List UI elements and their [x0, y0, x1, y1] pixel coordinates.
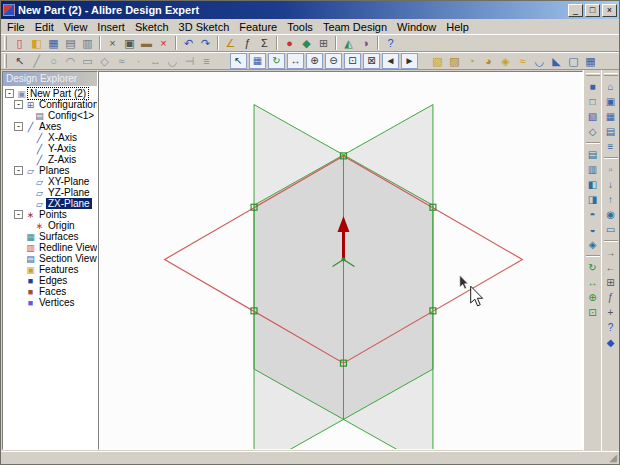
revolve-boss-button[interactable]: ◔ — [463, 53, 480, 69]
menu-view[interactable]: View — [59, 21, 93, 33]
tree-item-points[interactable]: -∗Points — [3, 209, 97, 220]
arc-tool-button[interactable]: ◠ — [62, 53, 79, 69]
trim-tool-button[interactable]: ⊣ — [181, 53, 198, 69]
open-file-button[interactable]: ◧ — [28, 35, 45, 51]
new-assembly-workspace-button[interactable]: ▦ — [603, 109, 619, 124]
expander-icon[interactable]: - — [14, 210, 23, 219]
tree-item-faces[interactable]: ■Faces — [3, 286, 97, 297]
tree-item-redline-views[interactable]: ▥Redline Views — [3, 242, 97, 253]
dimension-tool-button[interactable]: ↔ — [147, 53, 164, 69]
analysis-button[interactable]: ◭ — [340, 35, 357, 51]
cut-button[interactable]: × — [104, 35, 121, 51]
zoom-in-button[interactable]: ⊕ — [306, 53, 323, 69]
tree-item-origin[interactable]: ∗Origin — [3, 220, 97, 231]
loft-button[interactable]: ◈ — [497, 53, 514, 69]
rectangle-tool-button[interactable]: ▭ — [79, 53, 96, 69]
toolbar-grip[interactable] — [4, 54, 7, 68]
add-ons-button[interactable]: + — [603, 305, 619, 320]
redo-button[interactable]: ↷ — [197, 35, 214, 51]
view-right-button[interactable]: ◨ — [585, 192, 601, 207]
shell-button[interactable]: ▢ — [565, 53, 582, 69]
import-button[interactable]: ← — [603, 260, 619, 275]
equation-editor-button[interactable]: ƒ — [239, 35, 256, 51]
color-properties-button[interactable]: ● — [281, 35, 298, 51]
pattern-button[interactable]: ▦ — [582, 53, 599, 69]
viewport-3d[interactable] — [99, 72, 582, 449]
save-button[interactable]: ▦ — [45, 35, 62, 51]
menu-tools[interactable]: Tools — [282, 21, 318, 33]
tree-item-planes[interactable]: -▱Planes — [3, 165, 97, 176]
tree-item-z-axis[interactable]: ╱Z-Axis — [3, 154, 97, 165]
tree-item-axes[interactable]: -╱Axes — [3, 121, 97, 132]
orbit-view-button[interactable]: ↻ — [585, 260, 601, 275]
tree-item-section-views[interactable]: ▤Section Views — [3, 253, 97, 264]
menu-window[interactable]: Window — [392, 21, 441, 33]
message-center-button[interactable]: ▭ — [603, 222, 619, 237]
paste-button[interactable]: ▬ — [138, 35, 155, 51]
pan-view-button[interactable]: ↔ — [585, 275, 601, 290]
fillet-tool-button[interactable]: ◡ — [164, 53, 181, 69]
extrude-cut-button[interactable]: ▨ — [446, 53, 463, 69]
spline-tool-button[interactable]: ≈ — [113, 53, 130, 69]
display-perspective-button[interactable]: ◇ — [585, 124, 601, 139]
view-left-button[interactable]: ◧ — [585, 177, 601, 192]
expander-icon[interactable]: - — [14, 122, 23, 131]
revolve-cut-button[interactable]: ◕ — [480, 53, 497, 69]
render-button[interactable]: ◑ — [357, 35, 374, 51]
polygon-tool-button[interactable]: ◇ — [96, 53, 113, 69]
new-drawing-workspace-button[interactable]: ▤ — [603, 124, 619, 139]
title-bar[interactable]: New Part (2) - Alibre Design Expert _ □ … — [1, 1, 619, 19]
expander-icon[interactable]: - — [14, 166, 23, 175]
export-button[interactable]: → — [603, 245, 619, 260]
toolbar-grip[interactable] — [586, 73, 600, 76]
fit-view-button[interactable]: ⊡ — [585, 305, 601, 320]
help-button[interactable]: ? — [382, 35, 399, 51]
physical-properties-button[interactable]: ◆ — [298, 35, 315, 51]
expander-icon[interactable]: - — [5, 89, 14, 98]
orbit-button[interactable]: ↻ — [268, 53, 285, 69]
close-button[interactable]: × — [602, 4, 617, 17]
sweep-button[interactable]: ≈ — [514, 53, 531, 69]
zoom-fit-button[interactable]: ⊠ — [363, 53, 380, 69]
check-out-button[interactable]: ↑ — [603, 192, 619, 207]
menu-insert[interactable]: Insert — [92, 21, 130, 33]
menu-sketch[interactable]: Sketch — [130, 21, 174, 33]
repository-button[interactable]: ▫ — [603, 162, 619, 177]
zoom-out-button[interactable]: ⊖ — [325, 53, 342, 69]
print-button[interactable]: ▤ — [62, 35, 79, 51]
fillet-feature-button[interactable]: ◡ — [531, 53, 548, 69]
tree-item-x-axis[interactable]: ╱X-Axis — [3, 132, 97, 143]
toolbar-grip[interactable] — [4, 36, 7, 50]
tree-item-config-1[interactable]: ▤Config<1> — [3, 110, 97, 121]
delete-button[interactable]: × — [155, 35, 172, 51]
display-hidden-line-button[interactable]: ▧ — [585, 109, 601, 124]
chamfer-button[interactable]: ◣ — [548, 53, 565, 69]
mass-properties-button[interactable]: ⊞ — [315, 35, 332, 51]
zoom-view-button[interactable]: ⊕ — [585, 290, 601, 305]
zoom-window-button[interactable]: ⊡ — [344, 53, 361, 69]
toolbar-grip[interactable] — [604, 73, 618, 76]
tree-item-edges[interactable]: ■Edges — [3, 275, 97, 286]
expander-icon[interactable]: - — [14, 100, 23, 109]
tree-item-zx-plane[interactable]: ▱ZX-Plane — [3, 198, 97, 209]
display-shaded-button[interactable]: ■ — [585, 79, 601, 94]
extrude-boss-button[interactable]: ▧ — [429, 53, 446, 69]
resize-grip[interactable]: ◢ — [609, 453, 617, 463]
tree-item-yz-plane[interactable]: ▱YZ-Plane — [3, 187, 97, 198]
view-isometric-button[interactable]: ◈ — [585, 237, 601, 252]
team-design-session-button[interactable]: ◉ — [603, 207, 619, 222]
menu-3d-sketch[interactable]: 3D Sketch — [174, 21, 235, 33]
tree-item-configurations[interactable]: -⊞Configurations — [3, 99, 97, 110]
macros-button[interactable]: ƒ — [603, 290, 619, 305]
tree-item-new-part-2[interactable]: -▣New Part (2) — [3, 88, 97, 99]
check-in-button[interactable]: ↓ — [603, 177, 619, 192]
tree-item-y-axis[interactable]: ╱Y-Axis — [3, 143, 97, 154]
maximize-button[interactable]: □ — [585, 4, 600, 17]
tree-item-vertices[interactable]: ■Vertices — [3, 297, 97, 308]
options-button[interactable]: ⊞ — [603, 275, 619, 290]
print-preview-button[interactable]: ▥ — [79, 35, 96, 51]
copy-button[interactable]: ▣ — [121, 35, 138, 51]
about-button[interactable]: ◆ — [603, 335, 619, 350]
home-window-button[interactable]: ⌂ — [603, 79, 619, 94]
select-face-button[interactable]: ▦ — [249, 53, 266, 69]
